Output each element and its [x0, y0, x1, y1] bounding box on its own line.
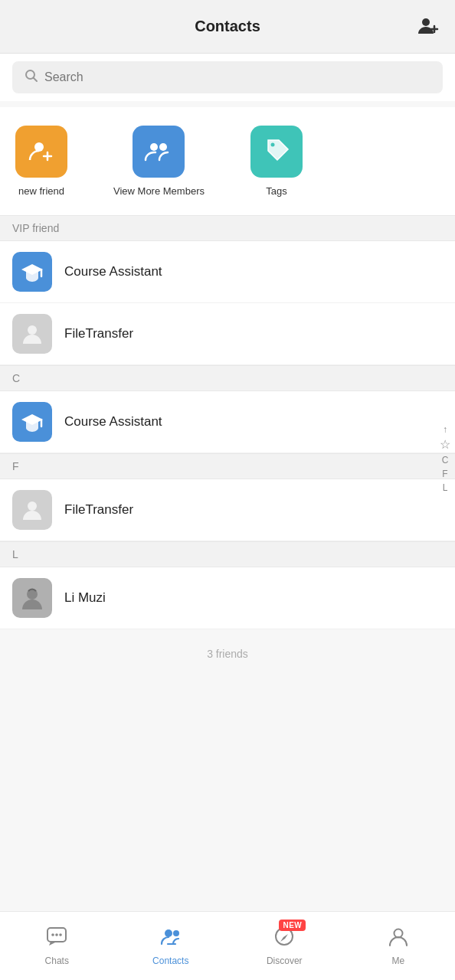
search-bar: [0, 54, 455, 101]
contact-name-li-muzi: Li Muzi: [64, 590, 106, 606]
discover-icon: [273, 929, 295, 952]
quick-actions: new friend View More Members Tags: [0, 107, 455, 215]
view-more-members-action[interactable]: View More Members: [113, 126, 205, 197]
svg-point-8: [150, 143, 158, 151]
nav-item-chats[interactable]: Chats: [0, 926, 114, 966]
vip-contact-list: Course Assistant FileTransfer: [0, 241, 455, 365]
chats-icon: [46, 926, 67, 952]
graduation-cap-icon-c: [20, 410, 44, 434]
alpha-section-c-header: C: [0, 365, 455, 391]
add-contact-button[interactable]: [417, 15, 440, 38]
svg-line-4: [34, 78, 38, 82]
search-input[interactable]: [44, 70, 430, 84]
add-contact-icon: [417, 15, 440, 38]
contact-item-file-transfer-f[interactable]: FileTransfer: [0, 479, 455, 541]
svg-point-19: [51, 933, 54, 936]
contact-name-course-assistant-c: Course Assistant: [64, 414, 162, 430]
vip-section-header: VIP friend: [0, 215, 455, 241]
svg-point-22: [165, 929, 172, 937]
svg-point-10: [270, 143, 274, 147]
alpha-section-f-header: F: [0, 453, 455, 479]
contact-avatar-li-muzi: [12, 578, 52, 618]
new-friend-icon: [27, 137, 56, 166]
contacts-icon: [160, 926, 182, 952]
contact-name-file-transfer-f: FileTransfer: [64, 502, 133, 518]
discover-new-badge: NEW: [279, 920, 306, 931]
contact-avatar-file-transfer-f: [12, 490, 52, 530]
tags-icon-box: [250, 126, 303, 178]
new-friend-icon-box: [15, 126, 67, 178]
me-icon: [388, 926, 409, 952]
new-friend-action[interactable]: new friend: [15, 126, 67, 197]
alpha-section-l-header: L: [0, 541, 455, 567]
discover-label: Discover: [267, 956, 303, 966]
alpha-section-f-label: F: [12, 460, 19, 472]
alpha-c-contact-list: Course Assistant: [0, 391, 455, 453]
svg-point-0: [422, 18, 430, 26]
vip-section-label: VIP friend: [12, 222, 59, 234]
alpha-index-c[interactable]: C: [442, 456, 449, 465]
nav-item-me[interactable]: Me: [342, 926, 456, 966]
search-icon: [25, 69, 38, 86]
chats-label: Chats: [45, 956, 69, 966]
view-more-members-icon: [144, 137, 173, 166]
contact-avatar-course-assistant-vip: [12, 252, 52, 292]
page-title: Contacts: [195, 18, 260, 35]
tags-label: Tags: [266, 185, 286, 197]
li-muzi-avatar-icon: [19, 585, 45, 611]
nav-item-contacts[interactable]: Contacts: [114, 926, 228, 966]
svg-point-13: [28, 325, 37, 335]
bottom-nav: Chats Contacts NEW Discover: [0, 911, 455, 980]
contacts-label: Contacts: [152, 956, 188, 966]
alpha-l-contact-list: Li Muzi: [0, 567, 455, 629]
tags-action[interactable]: Tags: [250, 126, 303, 197]
svg-point-21: [59, 933, 62, 936]
alpha-index-f[interactable]: F: [442, 469, 447, 479]
contact-avatar-course-assistant-c: [12, 402, 52, 442]
alpha-index-star[interactable]: ☆: [440, 439, 450, 451]
contact-name-course-assistant-vip: Course Assistant: [64, 264, 162, 279]
contact-item-course-assistant-vip[interactable]: Course Assistant: [0, 241, 455, 303]
nav-spacer: [0, 678, 455, 755]
me-label: Me: [391, 956, 404, 966]
person-icon-file-transfer-vip: [21, 322, 44, 345]
svg-point-23: [173, 930, 179, 936]
svg-point-20: [55, 933, 58, 936]
nav-item-discover[interactable]: NEW Discover: [228, 926, 342, 966]
view-more-members-icon-box: [133, 126, 185, 178]
contact-item-li-muzi[interactable]: Li Muzi: [0, 567, 455, 629]
contact-item-file-transfer-vip[interactable]: FileTransfer: [0, 303, 455, 365]
alphabet-index[interactable]: ↑ ☆ C F L: [440, 425, 450, 492]
contact-item-course-assistant-c[interactable]: Course Assistant: [0, 391, 455, 453]
search-inner: [12, 61, 443, 93]
alpha-section-l-label: L: [12, 548, 18, 560]
header: Contacts: [0, 0, 455, 54]
svg-point-16: [28, 501, 37, 511]
contact-name-file-transfer-vip: FileTransfer: [64, 326, 133, 341]
svg-point-26: [394, 929, 402, 938]
alpha-f-contact-list: FileTransfer: [0, 479, 455, 541]
contact-avatar-file-transfer-vip: [12, 314, 52, 354]
new-friend-label: new friend: [18, 185, 64, 197]
graduation-cap-icon: [20, 260, 44, 284]
svg-point-9: [159, 143, 167, 151]
alpha-index-l[interactable]: L: [443, 483, 448, 492]
alpha-index-up[interactable]: ↑: [443, 425, 447, 434]
person-icon-file-transfer-f: [21, 498, 44, 521]
alpha-section-c-label: C: [12, 372, 20, 384]
discover-icon-wrap: NEW: [273, 926, 295, 952]
friend-count-label: 3 friends: [207, 648, 248, 660]
view-more-members-label: View More Members: [113, 185, 205, 197]
friend-count: 3 friends: [0, 629, 455, 678]
tags-icon: [262, 137, 291, 166]
